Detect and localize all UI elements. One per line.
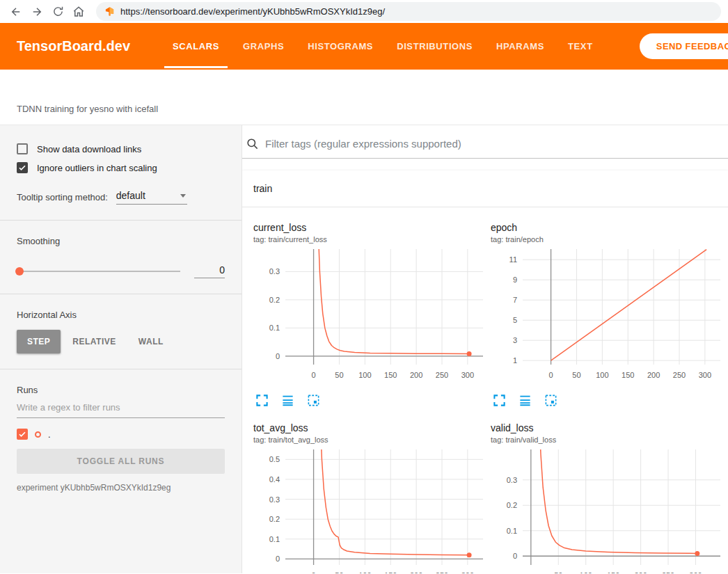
svg-text:200: 200 [634,571,647,573]
svg-text:250: 250 [673,371,686,379]
svg-text:300: 300 [699,371,711,379]
axis-button-step[interactable]: STEP [17,330,61,353]
chart-toolbar [493,394,722,408]
smoothing-value[interactable]: 0 [194,264,225,278]
svg-text:300: 300 [461,571,474,573]
fit-domain-icon[interactable] [307,394,321,408]
svg-text:0.3: 0.3 [269,495,280,504]
svg-text:0.1: 0.1 [507,527,517,535]
address-bar[interactable]: https://tensorboard.dev/experiment/yKUbh… [96,2,721,21]
svg-text:250: 250 [436,371,448,379]
svg-text:0: 0 [276,352,280,360]
ignore-outliers-label: Ignore outliers in chart scaling [37,163,157,173]
tab-scalars[interactable]: SCALARS [161,23,231,70]
svg-text:100: 100 [358,371,371,379]
svg-text:150: 150 [384,571,397,573]
tab-text[interactable]: TEXT [556,23,605,70]
smoothing-label: Smoothing [17,236,225,246]
chart-plot-current_loss[interactable]: 05010015020025030000.10.20.3 [253,245,485,388]
svg-text:50: 50 [335,371,343,379]
svg-text:9: 9 [513,276,517,284]
run-row[interactable]: . [17,429,225,440]
toggle-all-runs-button[interactable]: TOGGLE ALL RUNS [17,449,225,474]
svg-text:100: 100 [580,571,592,573]
scalars-main: train current_losstag: train/current_los… [242,125,728,573]
refresh-icon[interactable] [49,3,67,21]
chart-plot-tot_avg_loss[interactable]: 05010015020025030000.10.20.30.40.5 [253,445,485,573]
axis-button-wall[interactable]: WALL [128,330,174,353]
charts-grid: current_losstag: train/current_loss05010… [242,207,728,573]
chart-plot-epoch[interactable]: 0501001502002503001357911 [491,245,722,388]
tooltip-sorting-row: Tooltip sorting method: default [17,190,225,205]
svg-text:100: 100 [596,371,608,379]
chart-tag: tag: train/current_loss [253,235,485,244]
endpoint-dot [695,551,699,556]
chart-tag: tag: train/tot_avg_loss [253,436,485,444]
fullscreen-icon[interactable] [493,394,507,408]
browser-chrome: https://tensorboard.dev/experiment/yKUbh… [0,0,728,23]
endpoint-dot [467,552,472,557]
svg-text:0.4: 0.4 [269,475,280,484]
svg-text:150: 150 [607,571,619,573]
nav-tabs: SCALARSGRAPHSHISTOGRAMSDISTRIBUTIONSHPAR… [161,23,605,70]
train-card: train current_losstag: train/current_los… [242,170,728,573]
chart-title: tot_avg_loss [253,422,485,433]
send-feedback-button[interactable]: SEND FEEDBACK [640,33,728,59]
content: Show data download links Ignore outliers… [0,125,728,573]
tab-hparams[interactable]: HPARAMS [484,23,556,70]
forward-icon[interactable] [28,3,46,21]
fit-domain-icon[interactable] [544,394,558,408]
train-section-header[interactable]: train [242,170,728,207]
show-download-links-row[interactable]: Show data download links [17,143,225,154]
svg-text:0: 0 [549,371,553,379]
horizontal-axis-label: Horizontal Axis [17,310,225,320]
runs-label: Runs [17,385,225,395]
smoothing-slider[interactable] [17,271,180,272]
run-checkbox[interactable] [17,429,28,440]
svg-text:200: 200 [410,371,422,379]
svg-text:0.5: 0.5 [269,455,280,463]
chart-title: valid_loss [491,422,722,433]
endpoint-dot [467,351,472,356]
svg-text:0.3: 0.3 [269,267,280,276]
ignore-outliers-row[interactable]: Ignore outliers in chart scaling [17,162,225,173]
back-icon[interactable] [7,3,25,21]
app-title[interactable]: TensorBoard.dev [17,38,130,54]
run-color-swatch [35,431,41,438]
tab-distributions[interactable]: DISTRIBUTIONS [385,23,484,70]
filter-tags-input[interactable] [265,138,728,150]
fullscreen-icon[interactable] [255,394,269,408]
tab-graphs[interactable]: GRAPHS [231,23,296,70]
svg-text:150: 150 [622,371,634,379]
log-scale-icon[interactable] [281,394,295,408]
svg-text:50: 50 [554,571,562,573]
experiment-description: TDNN training for yesno with icefall [0,70,728,125]
settings-sidebar: Show data download links Ignore outliers… [0,125,242,573]
chart-card-epoch: epochtag: train/epoch0501001502002503001… [491,216,722,416]
home-icon[interactable] [70,3,88,21]
axis-button-relative[interactable]: RELATIVE [62,330,126,353]
svg-text:150: 150 [384,371,397,379]
tab-histograms[interactable]: HISTOGRAMS [296,23,385,70]
tooltip-sorting-label: Tooltip sorting method: [17,192,108,202]
svg-text:200: 200 [410,571,422,573]
smoothing-slider-thumb[interactable] [15,267,24,276]
svg-text:0.2: 0.2 [269,296,280,304]
svg-text:100: 100 [358,571,371,573]
runs-filter-input[interactable] [17,395,225,418]
url-text: https://tensorboard.dev/experiment/yKUbh… [120,6,385,17]
tooltip-sorting-dropdown[interactable]: default [116,190,187,205]
filter-tags-row [242,137,728,159]
show-download-links-label: Show data download links [37,144,141,154]
show-download-links-checkbox[interactable] [17,143,28,154]
log-scale-icon[interactable] [519,394,532,408]
divider [0,369,242,369]
chart-plot-valid_loss[interactable]: 5010015020025030000.10.20.3 [491,445,722,573]
horizontal-axis-buttons: STEPRELATIVEWALL [17,330,225,353]
svg-text:0.1: 0.1 [269,324,280,332]
ignore-outliers-checkbox[interactable] [17,162,28,173]
svg-text:250: 250 [436,571,448,573]
svg-text:11: 11 [509,255,517,264]
svg-text:50: 50 [335,571,343,573]
tensorboard-favicon [104,6,115,17]
